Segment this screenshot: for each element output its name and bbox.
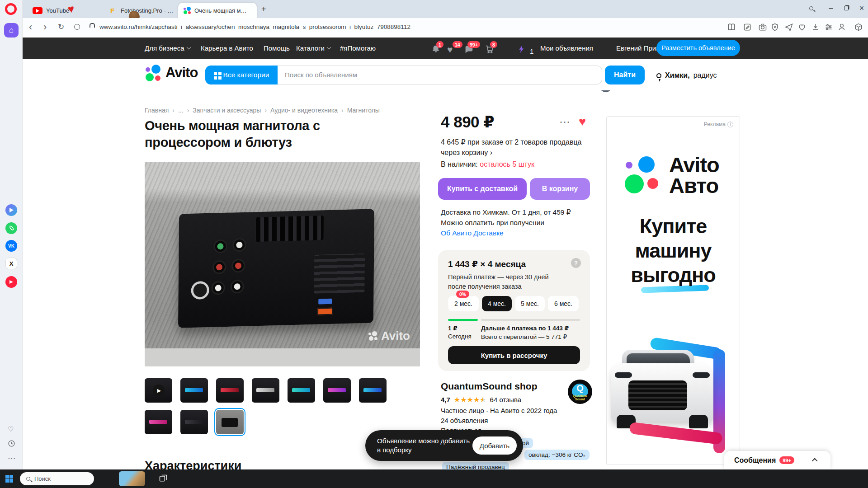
ad-banner[interactable]: Рекламаi AvitoАвто Купите машину выгодно: [606, 116, 740, 465]
downloads-icon[interactable]: [811, 23, 820, 32]
user-name[interactable]: Евгений Прий...: [616, 38, 661, 59]
help-question-icon[interactable]: ?: [571, 258, 581, 268]
new-tab-button[interactable]: +: [261, 5, 266, 14]
messages-chat-icon[interactable]: 99+: [464, 44, 474, 54]
price: 4 890 ₽: [441, 113, 494, 131]
photo-thumbnail-selected[interactable]: [216, 410, 244, 434]
nav-business[interactable]: Для бизнеса: [145, 38, 190, 59]
avito-logo-text[interactable]: Avito: [165, 65, 198, 81]
post-ad-button[interactable]: Разместить объявление: [656, 40, 740, 56]
term-option-5m[interactable]: 5 мес.: [515, 296, 545, 311]
breadcrumb-home[interactable]: Главная: [145, 107, 178, 114]
location-selector[interactable]: Химки, радиус: [656, 71, 717, 80]
all-categories-button[interactable]: Все категории: [205, 66, 278, 84]
breadcrumb-audio[interactable]: Аудио- и видеотехника: [270, 107, 347, 114]
sidebar-more-icon[interactable]: ⋯: [8, 454, 15, 463]
start-button[interactable]: [5, 475, 13, 483]
settings-sliders-icon[interactable]: [824, 23, 833, 32]
photo-thumbnail[interactable]: [252, 378, 279, 403]
nav-career[interactable]: Карьера в Авито: [201, 38, 253, 59]
photo-thumbnail[interactable]: [180, 378, 208, 403]
widgets-preview[interactable]: [119, 471, 145, 486]
nav-catalogs[interactable]: Каталоги: [296, 38, 330, 59]
chrome-search-icon[interactable]: [801, 0, 821, 16]
reload-button[interactable]: ↻: [58, 18, 64, 36]
favorite-heart-icon[interactable]: ♥: [579, 115, 586, 129]
seller-name[interactable]: QuantumSound shop: [441, 381, 537, 392]
photo-thumbnail[interactable]: [216, 378, 244, 403]
window-close-button[interactable]: ×: [852, 0, 868, 16]
forward-button[interactable]: ›: [43, 18, 47, 36]
product-photo[interactable]: Avito: [145, 162, 420, 366]
history-clock-icon[interactable]: [8, 440, 15, 449]
snapshot-camera-icon[interactable]: [758, 23, 767, 32]
location-pin-icon: [656, 73, 661, 78]
photo-thumbnail[interactable]: [323, 378, 351, 403]
more-actions-icon[interactable]: ⋯: [559, 116, 570, 128]
buy-installment-button[interactable]: Купить в рассрочку: [448, 346, 580, 364]
my-ads-link[interactable]: Мои объявления: [540, 38, 593, 59]
extensions-cube-icon[interactable]: [854, 23, 863, 32]
grid-icon: [214, 72, 217, 75]
nav-ihelp[interactable]: #яПомогаю: [340, 38, 376, 59]
profile-icon[interactable]: [837, 23, 846, 32]
bookmark-heart-icon[interactable]: [797, 23, 807, 32]
task-view-icon[interactable]: [159, 474, 168, 483]
photo-thumbnail[interactable]: [288, 378, 315, 403]
add-to-cart-button[interactable]: В корзину: [530, 178, 590, 200]
back-button[interactable]: ‹: [29, 18, 32, 36]
favorites-heart-icon[interactable]: ♥ 14: [447, 44, 457, 54]
notes-icon[interactable]: [743, 23, 752, 32]
search-input[interactable]: Поиск по объявлениям: [278, 66, 602, 84]
seller-ads-count[interactable]: 24 объявления: [441, 417, 488, 424]
url-field[interactable]: www.avito.ru/himki/zapchasti_i_aksessuar…: [99, 18, 410, 36]
speed-dial-home-button[interactable]: ⌂: [4, 23, 19, 38]
seller-avatar[interactable]: Q Quantum Sound: [568, 380, 592, 404]
taskbar-search[interactable]: Поиск: [20, 472, 94, 485]
messages-dock[interactable]: Сообщения 99+: [724, 451, 830, 469]
breadcrumb-ellipsis[interactable]: ...: [178, 107, 193, 114]
tab-youtube[interactable]: YouTube: [27, 3, 99, 18]
seller-rating-row[interactable]: 4,7 ★★★★★★★★★★ 64 отзыва: [441, 396, 521, 404]
term-option-2m[interactable]: 2 мес.: [448, 296, 479, 311]
buy-with-delivery-button[interactable]: Купить с доставкой: [438, 178, 527, 200]
reader-icon[interactable]: [727, 23, 736, 32]
nav-help[interactable]: Помощь: [264, 38, 290, 59]
share-send-icon[interactable]: [784, 23, 793, 32]
term-option-4m-selected[interactable]: 4 мес.: [482, 296, 512, 311]
chevron-down-icon: [326, 45, 331, 50]
ad-brand-text: AvitoАвто: [669, 155, 719, 196]
find-button[interactable]: Найти: [605, 66, 645, 84]
tab-fotohosting[interactable]: F Fotohosting.Pro - Фотохос: [105, 3, 181, 18]
chevron-up-icon[interactable]: [812, 458, 818, 464]
x-twitter-icon[interactable]: X: [5, 258, 17, 269]
vk-icon[interactable]: VK: [5, 240, 17, 252]
bulk-offer-text[interactable]: 4 645 ₽ при заказе от 2 товаров продавца…: [441, 137, 590, 158]
telegram-icon[interactable]: [5, 204, 17, 216]
bonus-lightning-icon[interactable]: [517, 45, 526, 56]
breadcrumb-parts[interactable]: Запчасти и аксессуары: [193, 107, 270, 114]
photo-thumbnail[interactable]: [359, 378, 387, 403]
collection-toast: Объявление можно добавитьв подборку Доба…: [365, 430, 523, 461]
breadcrumb-magnitols[interactable]: Магнитолы: [347, 107, 380, 114]
red-app-icon[interactable]: [5, 276, 17, 288]
reviews-count: 64 отзыва: [490, 396, 522, 404]
about-delivery-link[interactable]: Об Авито Доставке: [441, 229, 504, 237]
video-thumbnail[interactable]: ▶: [145, 378, 172, 403]
photo-thumbnail[interactable]: [145, 410, 172, 434]
avito-header: Для бизнеса Карьера в Авито Помощь Катал…: [23, 38, 868, 59]
adblock-shield-icon[interactable]: [770, 23, 779, 32]
whatsapp-icon[interactable]: [5, 222, 17, 234]
photo-thumbnail[interactable]: [180, 410, 208, 434]
site-info-icon[interactable]: [74, 24, 80, 30]
sidebar-heart-icon[interactable]: ♡: [8, 425, 14, 433]
notifications-bell-icon[interactable]: 1: [431, 44, 441, 54]
tab-avito-active[interactable]: Очень мощная магнитола: [178, 3, 257, 18]
avito-logo-icon[interactable]: [146, 65, 164, 83]
cart-icon[interactable]: 8: [485, 44, 495, 54]
stock-left-value: осталось 5 штук: [480, 160, 534, 168]
toast-add-button[interactable]: Добавить: [472, 436, 517, 455]
installment-card: 1 443 ₽ × 4 месяца ? Первый платёж — чер…: [438, 250, 590, 371]
term-option-6m[interactable]: 6 мес.: [548, 296, 579, 311]
ad-label: Рекламаi: [704, 121, 733, 127]
